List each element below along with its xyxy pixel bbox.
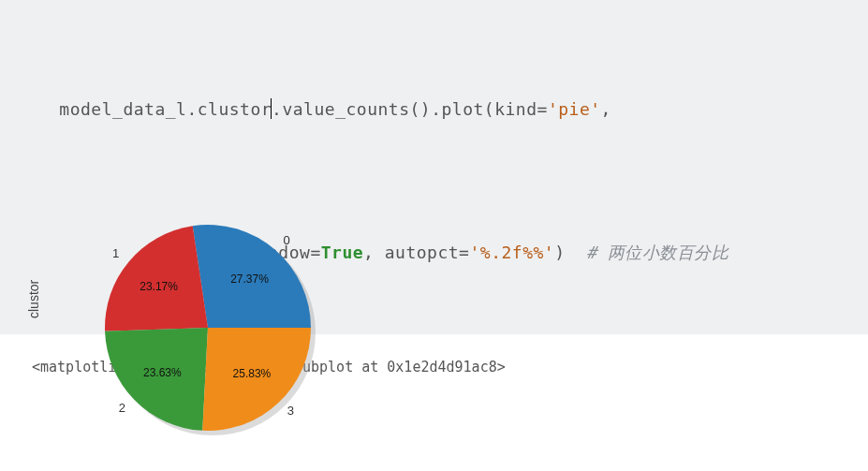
code-string: 'pie' (548, 99, 601, 119)
code-string: '%.2f%%' (469, 243, 554, 262)
code-token: , (601, 99, 611, 119)
code-comment: # 两位小数百分比 (586, 243, 728, 262)
code-token: ) (554, 243, 586, 262)
pie-pct-label: 23.63% (143, 366, 182, 379)
pie-category-label: 2 (119, 401, 125, 415)
pie-pct-label: 25.83% (233, 367, 272, 380)
pie-chart: clustor 27.37%023.17%123.63%225.83%3 (32, 178, 350, 459)
pie-category-label: 1 (112, 246, 119, 260)
pie-slice-2 (105, 328, 208, 431)
code-token: .value_counts().plot(kind= (272, 99, 548, 119)
code-token: model_data_l.clustor (59, 99, 272, 119)
pie-svg: 27.37%023.17%123.63%225.83%3 (86, 197, 367, 459)
code-token: , autopct= (363, 243, 469, 262)
pie-pct-label: 23.17% (140, 280, 178, 293)
pie-category-label: 3 (287, 404, 294, 418)
code-line-1: model_data_l.clustor.value_counts().plot… (17, 66, 851, 153)
pie-slice-1 (105, 226, 208, 331)
chart-ylabel: clustor (26, 280, 41, 318)
pie-pct-label: 27.37% (230, 272, 269, 286)
pie-category-label: 0 (283, 233, 289, 247)
